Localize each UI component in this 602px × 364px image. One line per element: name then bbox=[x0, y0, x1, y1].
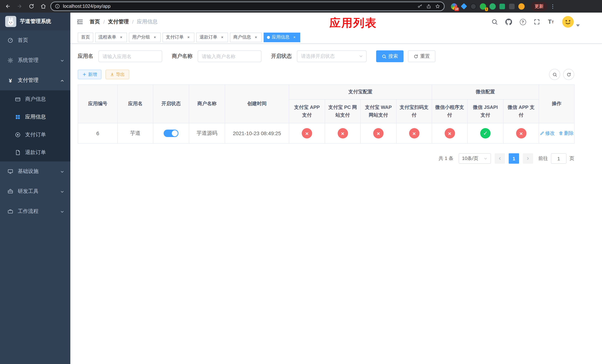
sidebar-item-pay-orders[interactable]: 支付订单 bbox=[0, 126, 70, 144]
extension-icon-2[interactable] bbox=[460, 3, 467, 10]
tab-app-info[interactable]: 应用信息 bbox=[264, 32, 300, 42]
app-logo[interactable]: 芋道管理系统 bbox=[0, 13, 70, 30]
gear-icon bbox=[7, 57, 13, 63]
col-wx-app: 微信 APP 支付 bbox=[503, 99, 539, 123]
reset-button[interactable]: 重置 bbox=[408, 50, 435, 62]
add-button[interactable]: 新增 bbox=[78, 70, 101, 79]
sidebar-fold-icon[interactable] bbox=[76, 18, 84, 26]
tab-merchant-info[interactable]: 商户信息 bbox=[230, 32, 262, 42]
browser-forward-button[interactable] bbox=[15, 1, 24, 11]
table-toolbar: 新增 导出 bbox=[78, 69, 574, 80]
chevron-right-icon bbox=[526, 156, 530, 161]
close-icon[interactable] bbox=[253, 35, 258, 40]
browser-update-button[interactable]: 更新 bbox=[531, 2, 547, 11]
status-toggle[interactable] bbox=[164, 130, 178, 137]
sidebar-item-merchant-info[interactable]: 商户信息 bbox=[0, 90, 70, 108]
sidebar-item-dev-tools[interactable]: 研发工具 bbox=[0, 182, 70, 202]
user-avatar-menu[interactable] bbox=[562, 16, 580, 28]
wx-app-status-icon: × bbox=[516, 128, 526, 139]
close-icon[interactable] bbox=[118, 35, 124, 40]
fullscreen-icon[interactable] bbox=[534, 19, 540, 25]
app-name-input[interactable] bbox=[98, 50, 162, 62]
refresh-icon bbox=[566, 72, 571, 77]
next-page-button[interactable] bbox=[523, 153, 533, 164]
close-icon[interactable] bbox=[292, 35, 297, 40]
chevron-down-icon bbox=[484, 156, 488, 161]
page-number-1[interactable]: 1 bbox=[509, 153, 519, 164]
extension-icon-8[interactable] bbox=[518, 3, 525, 10]
extension-icon-6[interactable] bbox=[499, 3, 506, 10]
delete-link[interactable]: 删除 bbox=[559, 130, 574, 137]
close-icon[interactable] bbox=[152, 35, 157, 40]
monitor-icon bbox=[7, 169, 13, 174]
col-actions: 操作 bbox=[539, 85, 574, 123]
cell-app-id: 6 bbox=[78, 123, 118, 143]
col-merchant: 商户名称 bbox=[189, 85, 225, 123]
address-bar[interactable]: localhost:1024/pay/app bbox=[50, 1, 445, 11]
sidebar-item-home[interactable]: 首页 bbox=[0, 30, 70, 50]
pagination-total: 共 1 条 bbox=[439, 155, 453, 162]
header-search-icon[interactable] bbox=[491, 19, 498, 25]
export-button[interactable]: 导出 bbox=[106, 70, 129, 79]
order-icon bbox=[15, 132, 21, 138]
cell-created: 2021-10-23 08:49:25 bbox=[225, 123, 289, 143]
font-size-icon[interactable] bbox=[548, 19, 554, 25]
share-icon[interactable] bbox=[426, 4, 431, 9]
chevron-down-icon bbox=[359, 54, 363, 58]
browser-back-button[interactable] bbox=[3, 1, 13, 11]
col-status: 开启状态 bbox=[153, 85, 189, 123]
chevron-down-icon bbox=[60, 169, 64, 174]
extensions-area: 10 1 bbox=[451, 3, 525, 10]
sidebar-item-payment[interactable]: 支付管理 bbox=[0, 70, 70, 90]
col-created: 创建时间 bbox=[225, 85, 289, 123]
site-info-icon[interactable] bbox=[55, 4, 60, 9]
grid-icon bbox=[15, 114, 21, 120]
github-icon[interactable] bbox=[505, 19, 512, 25]
page-size-select[interactable]: 10条/页 bbox=[459, 153, 491, 164]
sidebar-item-refund-orders[interactable]: 退款订单 bbox=[0, 144, 70, 161]
refresh-icon bbox=[414, 54, 418, 59]
merchant-name-input[interactable] bbox=[198, 50, 261, 62]
home-icon bbox=[40, 3, 46, 9]
browser-menu-button[interactable] bbox=[549, 3, 556, 9]
extension-icon-3[interactable] bbox=[470, 3, 477, 10]
chevron-down-icon bbox=[60, 209, 64, 214]
browser-home-button[interactable] bbox=[39, 1, 48, 11]
close-icon[interactable] bbox=[186, 35, 191, 40]
tab-refund-orders[interactable]: 退款订单 bbox=[196, 32, 228, 42]
extension-icon-5[interactable] bbox=[489, 3, 496, 10]
tab-process-form[interactable]: 流程表单 bbox=[95, 32, 127, 42]
edit-link[interactable]: 修改 bbox=[540, 130, 555, 137]
tab-pay-orders[interactable]: 支付订单 bbox=[162, 32, 194, 42]
search-button[interactable]: 搜索 bbox=[376, 50, 404, 62]
toggle-search-button[interactable] bbox=[549, 69, 560, 80]
bookmark-star-icon[interactable] bbox=[435, 4, 440, 9]
refresh-table-button[interactable] bbox=[563, 69, 574, 80]
status-select[interactable]: 请选择开启状态 bbox=[297, 50, 366, 62]
sidebar-item-app-info[interactable]: 应用信息 bbox=[0, 108, 70, 126]
col-alipay-pc: 支付宝 PC 网站支付 bbox=[325, 99, 360, 123]
tab-user-group[interactable]: 用户分组 bbox=[129, 32, 161, 42]
browser-reload-button[interactable] bbox=[27, 1, 36, 11]
extension-icon-4[interactable]: 1 bbox=[479, 3, 486, 10]
password-key-icon[interactable] bbox=[417, 4, 422, 9]
extension-icon-7[interactable] bbox=[508, 3, 515, 10]
avatar bbox=[562, 16, 574, 28]
goto-page-input[interactable] bbox=[551, 153, 567, 164]
breadcrumb-payment[interactable]: 支付管理 bbox=[108, 19, 129, 25]
sidebar-item-workflow[interactable]: 工作流程 bbox=[0, 202, 70, 221]
extension-badge: 1 bbox=[485, 7, 488, 11]
apps-table: 应用编号 应用名 开启状态 商户名称 创建时间 支付宝配置 微信配置 操作 支付… bbox=[78, 85, 575, 144]
reload-icon bbox=[29, 3, 34, 9]
prev-page-button[interactable] bbox=[495, 153, 505, 164]
extension-icon-1[interactable]: 10 bbox=[451, 3, 458, 10]
tab-home[interactable]: 首页 bbox=[78, 32, 93, 42]
sidebar-item-infra[interactable]: 基础设施 bbox=[0, 161, 70, 182]
sidebar-item-system[interactable]: 系统管理 bbox=[0, 50, 70, 70]
back-arrow-icon bbox=[5, 3, 11, 9]
filter-form: 应用名 商户名称 开启状态 请选择开启状态 搜索 bbox=[78, 50, 574, 62]
close-icon[interactable] bbox=[220, 35, 225, 40]
breadcrumb-home[interactable]: 首页 bbox=[90, 19, 100, 25]
breadcrumb-separator: / bbox=[103, 19, 105, 25]
help-icon[interactable] bbox=[519, 19, 526, 25]
